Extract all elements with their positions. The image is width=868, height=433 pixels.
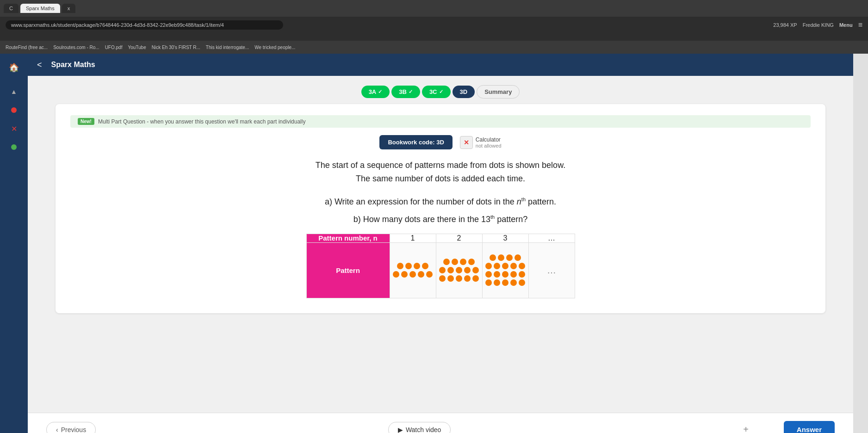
watch-video-icon: ▶: [398, 426, 403, 433]
previous-button[interactable]: ‹ Previous: [46, 422, 96, 433]
question-part-a: a) Write an expression for the number of…: [70, 197, 811, 207]
bookmark-4[interactable]: YouTube: [128, 45, 146, 50]
dot: [472, 267, 479, 273]
bookmark-2[interactable]: Soulroutes.com - Ro...: [53, 45, 99, 50]
answer-button[interactable]: Answer: [784, 421, 835, 433]
bookmarks-bar: RouteFind (free ac... Soulroutes.com - R…: [0, 41, 868, 54]
tab-3b-label: 3B: [399, 88, 407, 95]
table-header-2: 2: [436, 234, 482, 242]
dots-row-3-2: [485, 263, 525, 269]
xp-display: 23,984 XP: [773, 22, 797, 28]
table-header-ellipsis: …: [528, 234, 575, 242]
bookmark-3[interactable]: UFO.pdf: [105, 45, 123, 50]
sidebar-dot-red: [11, 107, 17, 113]
sidebar-up-icon[interactable]: ▲: [6, 83, 22, 100]
dot: [401, 271, 408, 278]
task-area: 3A ✓ 3B ✓ 3C ✓ 3D Summary: [28, 76, 853, 413]
menu-icon[interactable]: ≡: [858, 21, 862, 29]
new-badge-row: New! Multi Part Question - when you answ…: [70, 115, 811, 128]
dots-row-3-3: [485, 271, 525, 278]
question-intro: The start of a sequence of patterns made…: [70, 159, 811, 186]
tab-summary[interactable]: Summary: [477, 85, 520, 99]
dots-cell-2: [436, 242, 482, 298]
dot: [519, 279, 525, 286]
nav-title: Sparx Maths: [51, 61, 95, 69]
left-sidebar: 🏠 ▲ ✕: [0, 54, 28, 433]
calculator-info: ✕ Calculator not allowed: [460, 136, 502, 149]
bookmark-5[interactable]: Nick Eh 30's FIRST R...: [152, 45, 200, 50]
dots-cell-1: [390, 242, 436, 298]
dots-row-3-1: [485, 254, 525, 261]
dot: [397, 263, 403, 269]
part-b-end: pattern?: [497, 215, 527, 224]
browser-tab-sparx[interactable]: Sparx Maths: [20, 4, 60, 13]
new-badge-description: Multi Part Question - when you answer th…: [98, 118, 306, 125]
table-header-pattern-number: Pattern number, n: [306, 234, 390, 242]
username-display: Freddie KING: [803, 22, 834, 28]
dot: [494, 279, 500, 286]
watch-video-button[interactable]: ▶ Watch video: [388, 422, 451, 433]
dot: [393, 271, 399, 278]
dot: [502, 263, 508, 269]
intro-line1: The start of a sequence of patterns made…: [316, 161, 565, 170]
tab-bar: C Sparx Maths x: [0, 0, 868, 17]
dots-row-3-4: [485, 279, 525, 286]
tab-3d[interactable]: 3D: [453, 86, 475, 98]
bottom-bar: ‹ Previous ▶ Watch video + Answer: [28, 413, 853, 433]
dots-cell-3: [482, 242, 528, 298]
dot: [464, 275, 471, 282]
tab-3b[interactable]: 3B ✓: [391, 86, 420, 98]
part-b-start: b) How many dots are there in the: [353, 215, 479, 224]
sidebar-dot-x: ✕: [6, 120, 22, 137]
dot: [502, 279, 508, 286]
dot: [494, 271, 500, 278]
dots-cell-ellipsis: …: [528, 242, 575, 298]
dots-pattern-3: [485, 254, 525, 286]
dot: [439, 267, 446, 273]
question-card: New! Multi Part Question - when you answ…: [56, 104, 825, 313]
browser-tab-x[interactable]: x: [62, 4, 76, 13]
tab-3c[interactable]: 3C ✓: [422, 86, 451, 98]
dot: [452, 259, 458, 265]
tab-3a-check: ✓: [378, 89, 382, 95]
menu-label[interactable]: Menu: [839, 22, 853, 28]
bookwork-code-button[interactable]: Bookwork code: 3D: [379, 135, 452, 149]
tab-3a[interactable]: 3A ✓: [361, 86, 390, 98]
dot: [494, 263, 500, 269]
calculator-status: not allowed: [476, 143, 502, 148]
pattern-table-wrapper: Pattern number, n 1 2 3 … Pa: [70, 234, 811, 298]
calc-x-icon: ✕: [464, 139, 469, 146]
watch-video-label: Watch video: [406, 426, 441, 433]
plus-icon[interactable]: +: [743, 424, 749, 433]
sidebar-dot-green: [11, 144, 17, 150]
dots-pattern-1: [393, 263, 433, 278]
sidebar-home-icon[interactable]: 🏠: [6, 59, 22, 76]
dot: [485, 263, 492, 269]
browser-tab-back[interactable]: C: [4, 4, 19, 13]
dots-row-1-2: [393, 271, 433, 278]
dot: [519, 263, 525, 269]
prev-label: Previous: [61, 426, 86, 433]
pattern-table: Pattern number, n 1 2 3 … Pa: [306, 234, 575, 298]
dot: [456, 275, 462, 282]
dot: [468, 259, 475, 265]
bookmark-1[interactable]: RouteFind (free ac...: [6, 45, 48, 50]
dot: [502, 271, 508, 278]
tab-3a-label: 3A: [369, 88, 377, 95]
bookmark-7[interactable]: We tricked people...: [254, 45, 295, 50]
bookmark-6[interactable]: This kid interrogate...: [206, 45, 249, 50]
app-wrapper: 🏠 ▲ ✕ < Sparx Maths 3A ✓ 3B ✓: [0, 54, 868, 433]
table-ellipsis: …: [543, 265, 560, 275]
url-bar[interactable]: www.sparxmaths.uk/student/package/b76484…: [6, 20, 283, 30]
dot: [485, 279, 492, 286]
tab-3c-check: ✓: [439, 89, 443, 95]
nav-back-button[interactable]: <: [37, 60, 42, 70]
table-pattern-label: Pattern: [306, 242, 390, 298]
table-header-3: 3: [482, 234, 528, 242]
xp-info: 23,984 XP Freddie KING Menu ≡: [773, 21, 862, 29]
calculator-label: Calculator: [476, 136, 502, 143]
part-a-text: a) Write an expression for the number of…: [325, 197, 515, 206]
table-header-1: 1: [390, 234, 436, 242]
dot: [409, 271, 416, 278]
dot: [519, 271, 525, 278]
